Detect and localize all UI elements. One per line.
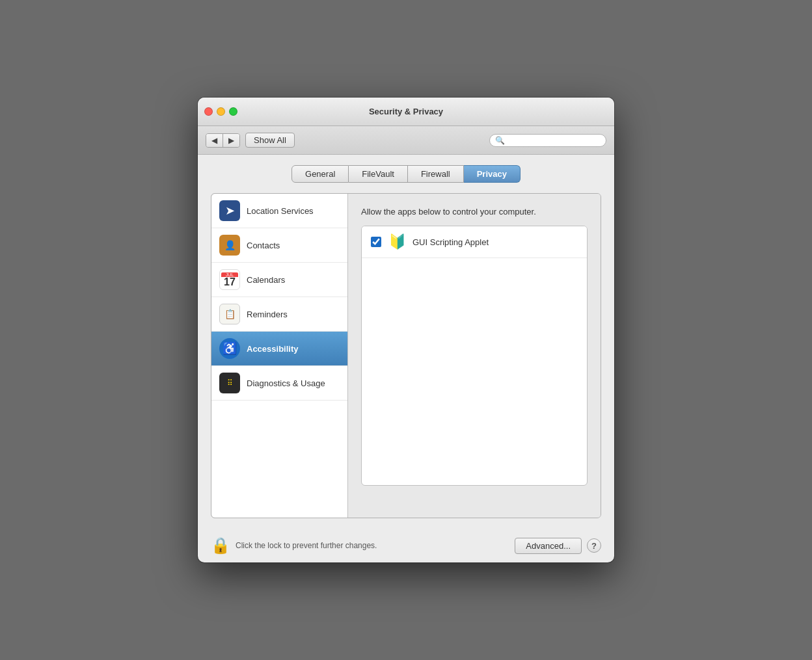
search-input[interactable]: [508, 136, 601, 145]
tab-firewall[interactable]: Firewall: [408, 165, 464, 183]
advanced-button[interactable]: Advanced...: [515, 538, 582, 554]
gui-scripting-icon: 🔰: [388, 233, 406, 251]
footer-buttons: Advanced... ?: [515, 538, 601, 554]
main-area: ➤ Location Services 👤 Contacts JUL 17 Ca…: [211, 193, 601, 518]
sidebar-item-calendars[interactable]: JUL 17 Calendars: [211, 263, 347, 297]
sidebar-label-contacts: Contacts: [247, 241, 280, 250]
tab-filevault[interactable]: FileVault: [349, 165, 408, 183]
tab-privacy[interactable]: Privacy: [464, 165, 521, 183]
location-icon: ➤: [219, 200, 240, 221]
close-button[interactable]: [204, 107, 213, 116]
reminders-icon: 📋: [219, 304, 240, 324]
search-icon: 🔍: [495, 136, 505, 145]
sidebar-item-diagnostics[interactable]: ⠿ Diagnostics & Usage: [211, 366, 347, 401]
titlebar: Security & Privacy: [198, 98, 614, 126]
back-button[interactable]: ◀: [206, 134, 223, 147]
footer: 🔒 Click the lock to prevent further chan…: [198, 529, 614, 562]
forward-button[interactable]: ▶: [223, 134, 239, 147]
sidebar-label-diagnostics: Diagnostics & Usage: [247, 378, 325, 388]
diagnostics-icon: ⠿: [219, 373, 240, 393]
sidebar-item-location[interactable]: ➤ Location Services: [211, 194, 347, 228]
sidebar-item-contacts[interactable]: 👤 Contacts: [211, 228, 347, 263]
show-all-button[interactable]: Show All: [245, 133, 295, 148]
help-button[interactable]: ?: [587, 538, 601, 553]
nav-buttons: ◀ ▶: [206, 133, 240, 148]
window-title: Security & Privacy: [369, 107, 443, 116]
calendar-icon: JUL 17: [219, 269, 240, 290]
toolbar: ◀ ▶ Show All 🔍: [198, 126, 614, 155]
sidebar-label-reminders: Reminders: [247, 310, 288, 319]
apps-list: 🔰 GUI Scripting Applet: [361, 226, 588, 486]
lock-button[interactable]: 🔒 Click the lock to prevent further chan…: [211, 536, 508, 555]
minimize-button[interactable]: [217, 107, 225, 116]
tab-bar: General FileVault Firewall Privacy: [211, 165, 601, 183]
sidebar-label-location: Location Services: [247, 206, 314, 216]
lock-label: Click the lock to prevent further change…: [236, 541, 377, 550]
sidebar-item-accessibility[interactable]: ♿ Accessibility: [211, 332, 347, 366]
sidebar-item-reminders[interactable]: 📋 Reminders: [211, 297, 347, 332]
right-panel: Allow the apps below to control your com…: [348, 194, 601, 518]
traffic-lights: [204, 107, 237, 116]
contacts-icon: 👤: [219, 235, 240, 256]
app-name-gui-scripting: GUI Scripting Applet: [413, 237, 489, 247]
accessibility-icon: ♿: [219, 338, 240, 359]
content-area: General FileVault Firewall Privacy ➤ Loc…: [198, 155, 614, 529]
panel-description: Allow the apps below to control your com…: [361, 207, 588, 217]
sidebar-label-accessibility: Accessibility: [247, 344, 299, 354]
lock-icon: 🔒: [211, 536, 230, 555]
tab-general[interactable]: General: [291, 165, 349, 183]
app-item-gui-scripting: 🔰 GUI Scripting Applet: [362, 226, 587, 258]
search-box: 🔍: [489, 134, 606, 147]
sidebar-label-calendars: Calendars: [247, 275, 285, 285]
main-window: Security & Privacy ◀ ▶ Show All 🔍 Genera…: [198, 98, 614, 562]
app-checkbox-gui-scripting[interactable]: [371, 237, 381, 247]
maximize-button[interactable]: [229, 107, 237, 116]
sidebar: ➤ Location Services 👤 Contacts JUL 17 Ca…: [211, 194, 348, 518]
